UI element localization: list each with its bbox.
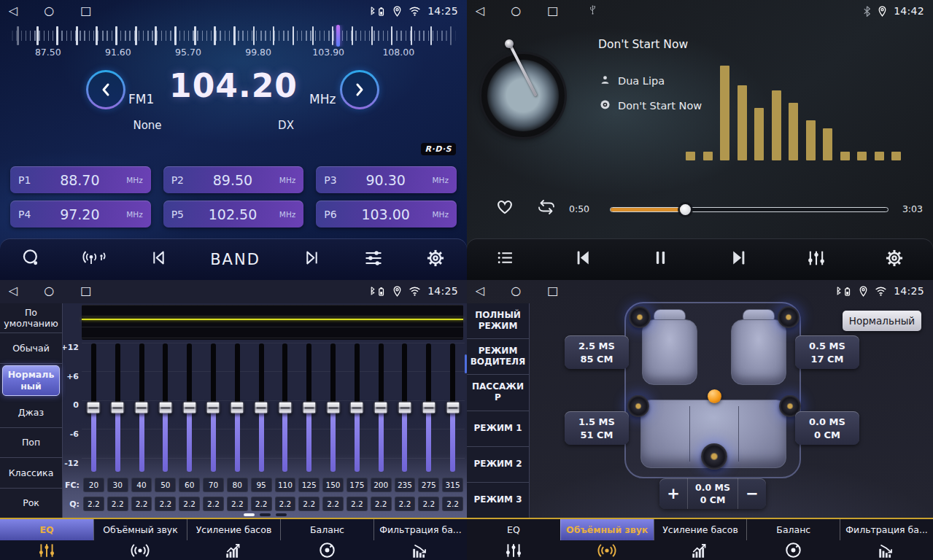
eq-preset-button[interactable]: Нормальный <box>843 311 921 331</box>
tab-bass-boost[interactable]: Усиление басов <box>187 519 280 560</box>
previous-icon[interactable] <box>573 247 594 271</box>
eq-slider-handle[interactable] <box>302 402 316 414</box>
eq-slider-handle[interactable] <box>206 402 220 414</box>
eq-slider-track[interactable] <box>235 343 240 472</box>
recents-icon[interactable]: □ <box>80 5 91 17</box>
tab-filter[interactable]: Фильтрация ба... <box>373 519 467 560</box>
eq-preset-item-4[interactable]: Поп <box>0 428 62 458</box>
tuner-indicator[interactable] <box>336 25 340 47</box>
eq-slider-track[interactable] <box>211 343 216 472</box>
eq-slider-handle[interactable] <box>278 402 292 414</box>
eq-preset-item-6[interactable]: Рок <box>0 489 62 518</box>
eq-preset-item-3[interactable]: Джаз <box>0 397 62 427</box>
eq-slider-track[interactable] <box>115 343 120 472</box>
listening-position-marker[interactable] <box>708 389 721 403</box>
subwoofer-icon[interactable] <box>701 443 727 470</box>
eq-slider-handle[interactable] <box>87 402 101 414</box>
home-icon[interactable]: ○ <box>511 285 521 297</box>
eq-slider-track[interactable] <box>426 343 431 472</box>
eq-slider-track[interactable] <box>355 343 360 472</box>
page-dash[interactable] <box>276 513 287 516</box>
eq-slider-handle[interactable] <box>182 402 196 414</box>
front-left-speaker-icon[interactable] <box>629 306 651 328</box>
tab-balance[interactable]: Баланс <box>280 519 373 560</box>
tab-balance[interactable]: Баланс <box>746 519 840 560</box>
eq-slider-handle[interactable] <box>350 402 364 414</box>
rear-right-delay-button[interactable]: 0.0 MS 0 CM <box>795 411 859 445</box>
scan-icon[interactable] <box>21 248 41 271</box>
broadcast-icon[interactable] <box>82 248 107 271</box>
home-icon[interactable]: ○ <box>44 285 54 297</box>
eq-slider-track[interactable] <box>450 343 455 472</box>
home-icon[interactable]: ○ <box>44 5 54 17</box>
eq-slider-handle[interactable] <box>111 402 125 414</box>
tab-eq-sliders[interactable]: EQ <box>0 519 93 560</box>
eq-slider-track[interactable] <box>330 343 336 472</box>
seek-bar-knob[interactable] <box>680 204 691 215</box>
eq-slider-track[interactable] <box>379 343 384 472</box>
tab-bass-boost[interactable]: Усиление басов <box>654 519 747 560</box>
mode-item-1[interactable]: РЕЖИМ ВОДИТЕЛЯ <box>467 339 529 375</box>
eq-slider-handle[interactable] <box>446 402 460 414</box>
rear-left-delay-button[interactable]: 1.5 MS 51 CM <box>565 411 629 445</box>
mode-item-2[interactable]: ПАССАЖИР <box>467 375 529 411</box>
playlist-icon[interactable] <box>495 249 515 270</box>
tab-eq-sliders[interactable]: EQ <box>467 519 560 560</box>
mode-item-5[interactable]: РЕЖИМ 3 <box>467 483 529 518</box>
eq-slider-handle[interactable] <box>326 402 340 414</box>
eq-slider-track[interactable] <box>187 343 192 472</box>
next-icon[interactable] <box>302 248 322 271</box>
eq-slider-track[interactable] <box>259 343 264 472</box>
eq-preset-item-2[interactable]: Нормальный <box>2 365 60 396</box>
band-button[interactable]: BAND <box>210 251 260 268</box>
mode-item-3[interactable]: РЕЖИМ 1 <box>467 411 529 447</box>
eq-slider-handle[interactable] <box>158 402 172 414</box>
eq-preset-item-0[interactable]: По умолчанию <box>0 303 62 333</box>
mixer-icon[interactable] <box>806 248 826 271</box>
front-right-speaker-icon[interactable] <box>778 306 800 328</box>
eq-slider-handle[interactable] <box>374 402 388 414</box>
recents-icon[interactable]: □ <box>547 5 558 17</box>
repeat-icon[interactable] <box>535 198 557 219</box>
settings-icon[interactable] <box>425 248 446 271</box>
back-icon[interactable]: ◁ <box>476 5 484 17</box>
home-icon[interactable]: ○ <box>511 5 521 17</box>
seek-up-button[interactable] <box>340 70 379 109</box>
eq-preset-item-1[interactable]: Обычай <box>0 333 62 363</box>
recents-icon[interactable]: □ <box>547 285 558 297</box>
preset-button-P3[interactable]: P390.30MHz <box>316 166 457 193</box>
page-dash[interactable] <box>244 513 255 516</box>
page-dash[interactable] <box>260 513 271 516</box>
tab-surround-sound[interactable]: Объёмный звук <box>560 519 654 560</box>
tab-filter[interactable]: Фильтрация ба... <box>840 519 933 560</box>
front-right-delay-button[interactable]: 0.5 MS 17 CM <box>795 335 859 369</box>
increase-delay-button[interactable]: + <box>659 478 687 509</box>
preset-button-P6[interactable]: P6103.00MHz <box>316 201 457 228</box>
mode-item-4[interactable]: РЕЖИМ 2 <box>467 447 529 483</box>
decrease-delay-button[interactable]: − <box>738 478 766 509</box>
eq-slider-track[interactable] <box>163 343 168 472</box>
dx-mode[interactable]: DX <box>249 119 322 132</box>
eq-slider-handle[interactable] <box>231 402 244 414</box>
eq-slider-handle[interactable] <box>135 402 149 414</box>
settings-icon[interactable] <box>884 248 905 271</box>
rear-left-speaker-icon[interactable] <box>627 395 649 417</box>
recents-icon[interactable]: □ <box>80 285 91 297</box>
back-icon[interactable]: ◁ <box>9 285 18 297</box>
preset-button-P1[interactable]: P188.70MHz <box>10 166 151 193</box>
preset-button-P5[interactable]: P5102.50MHz <box>163 201 304 228</box>
pause-icon[interactable] <box>651 248 670 271</box>
back-icon[interactable]: ◁ <box>476 285 484 297</box>
eq-slider-handle[interactable] <box>422 402 435 414</box>
eq-preset-item-5[interactable]: Классика <box>0 458 62 488</box>
previous-icon[interactable] <box>149 248 169 271</box>
eq-slider-handle[interactable] <box>398 402 411 414</box>
tune-sliders-icon[interactable] <box>363 248 384 271</box>
mode-item-0[interactable]: ПОЛНЫЙ РЕЖИМ <box>467 303 529 339</box>
front-left-delay-button[interactable]: 2.5 MS 85 CM <box>565 335 629 369</box>
preset-button-P2[interactable]: P289.50MHz <box>163 166 304 193</box>
preset-button-P4[interactable]: P497.20MHz <box>10 201 151 228</box>
eq-slider-track[interactable] <box>282 343 287 472</box>
eq-slider-track[interactable] <box>402 343 407 472</box>
back-icon[interactable]: ◁ <box>9 5 18 17</box>
